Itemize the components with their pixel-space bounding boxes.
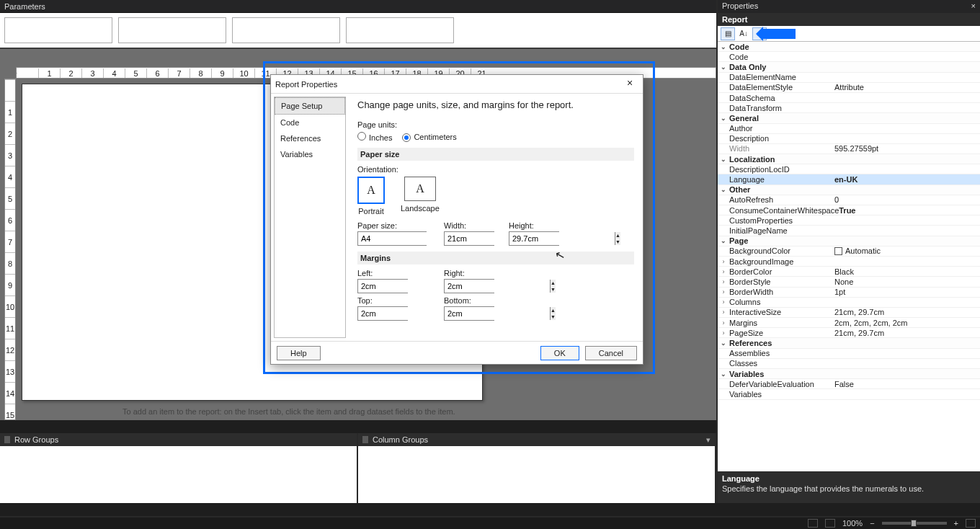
expand-icon[interactable]: › [719,268,728,275]
expand-icon[interactable]: › [719,329,728,337]
column-groups-pane[interactable]: Column Groups▾ [358,433,716,503]
width-spinner[interactable]: ▲▼ [444,231,494,246]
slider-thumb[interactable] [911,520,917,527]
orientation-portrait[interactable]: A Portrait [357,177,385,215]
property-row[interactable]: Width595.27559pt [718,144,980,154]
property-value[interactable]: Black [834,267,980,276]
property-category[interactable]: ⌄References [718,338,980,348]
close-icon[interactable]: × [621,77,638,92]
margin-bottom-spinner[interactable]: ▲▼ [444,306,494,321]
property-row[interactable]: InitialPageName [718,226,980,236]
property-row[interactable]: ›InteractiveSize21cm, 29.7cm [718,308,980,318]
margin-left-spinner[interactable]: ▲▼ [357,279,408,293]
expand-icon[interactable]: ⌄ [719,237,728,244]
height-spinner[interactable]: ▲▼ [509,231,559,246]
property-category[interactable]: ⌄Code [718,42,980,52]
property-category[interactable]: ⌄Data Only [718,62,980,72]
property-value[interactable]: 2cm, 2cm, 2cm, 2cm [834,319,980,327]
properties-object[interactable]: Report [718,13,980,26]
property-row[interactable]: DataElementName [718,73,980,83]
property-value[interactable]: 21cm, 29.7cm [834,308,980,316]
property-value[interactable]: en-UK [834,175,980,184]
property-category[interactable]: ⌄Localization [718,154,980,164]
property-value[interactable]: Attribute [834,83,980,92]
margin-right-input[interactable] [445,280,550,293]
spin-up-icon[interactable]: ▲ [615,232,620,239]
property-value[interactable]: 595.27559pt [834,144,980,153]
properties-grid[interactable]: ⌄CodeCode⌄Data OnlyDataElementNameDataEl… [718,42,980,471]
expand-icon[interactable]: › [719,319,728,326]
property-row[interactable]: CustomProperties [718,215,980,226]
property-row[interactable]: Classes [718,359,980,369]
close-icon[interactable]: × [971,1,976,12]
property-value[interactable]: False [834,380,980,388]
margin-right-spinner[interactable]: ▲▼ [444,279,494,293]
spin-down-icon[interactable]: ▼ [615,239,620,245]
property-value[interactable]: 21cm, 29.7cm [834,329,980,337]
chevron-down-icon[interactable]: ▾ [706,435,710,445]
property-row[interactable]: DeferVariableEvaluationFalse [718,379,980,389]
property-row[interactable]: Assemblies [718,349,980,359]
orientation-landscape[interactable]: A Landscape [401,177,440,215]
property-row[interactable]: Code [718,52,980,62]
nav-code[interactable]: Code [275,115,345,130]
property-row[interactable]: Author [718,124,980,134]
nav-page-setup[interactable]: Page Setup [275,97,345,115]
properties-header[interactable]: Properties × [718,0,980,13]
alphabetical-icon[interactable]: A↓ [736,27,751,40]
expand-icon[interactable]: ⌄ [719,186,728,193]
ok-button[interactable]: OK [540,346,579,360]
help-button[interactable]: Help [277,346,321,360]
row-groups-pane[interactable]: Row Groups [0,433,358,503]
zoom-slider[interactable] [882,522,947,525]
property-row[interactable]: Description [718,134,980,144]
property-row[interactable]: ›Margins2cm, 2cm, 2cm, 2cm [718,318,980,328]
parameter-cell[interactable] [232,17,340,43]
cancel-button[interactable]: Cancel [585,346,637,360]
expand-icon[interactable]: › [719,298,728,306]
status-icon[interactable] [808,519,818,528]
property-category[interactable]: ⌄Page [718,236,980,246]
expand-icon[interactable]: › [719,308,728,316]
property-row[interactable]: Languageen-UK [718,174,980,185]
property-value[interactable]: 0 [834,195,980,204]
zoom-in-button[interactable]: + [954,519,958,528]
property-row[interactable]: ›BorderStyleNone [718,277,980,287]
radio-centimeters[interactable]: Centimeters [402,133,456,142]
height-input[interactable] [509,232,615,245]
expand-icon[interactable]: › [719,258,728,265]
property-row[interactable]: DataElementStyleAttribute [718,83,980,93]
expand-icon[interactable]: ⌄ [719,63,728,71]
property-row[interactable]: ›Columns [718,298,980,308]
categorized-icon[interactable]: ▤ [721,27,735,40]
parameter-cell[interactable] [346,17,454,43]
property-value[interactable]: None [834,277,980,286]
property-row[interactable]: ›PageSize21cm, 29.7cm [718,328,980,338]
parameter-cell[interactable] [118,17,226,43]
nav-references[interactable]: References [275,130,345,146]
property-row[interactable]: DataTransform [718,103,980,113]
expand-icon[interactable]: ⌄ [719,370,728,378]
paper-size-combo[interactable]: ▾ [357,231,427,246]
parameters-panel-header[interactable]: Parameters [0,0,716,13]
expand-icon[interactable]: ⌄ [719,339,728,347]
property-value[interactable]: Automatic [834,246,980,255]
property-value[interactable]: 1pt [834,288,980,296]
property-row[interactable]: ›BorderColorBlack [718,267,980,277]
zoom-out-button[interactable]: − [870,519,874,528]
nav-variables[interactable]: Variables [275,146,345,162]
status-icon[interactable] [825,519,835,528]
radio-inches[interactable]: Inches [357,132,392,142]
expand-icon[interactable]: ⌄ [719,156,728,163]
margin-bottom-input[interactable] [445,307,550,320]
property-row[interactable]: BackgroundColorAutomatic [718,246,980,257]
property-row[interactable]: DescriptionLocID [718,164,980,174]
expand-icon[interactable]: › [719,288,728,295]
property-row[interactable]: ›BackgroundImage [718,257,980,267]
property-row[interactable]: Variables [718,389,980,399]
expand-icon[interactable]: ⌄ [719,115,728,122]
margin-top-spinner[interactable]: ▲▼ [357,306,408,321]
parameter-cell[interactable] [4,17,112,43]
property-category[interactable]: ⌄Variables [718,369,980,379]
property-row[interactable]: DataSchema [718,93,980,103]
